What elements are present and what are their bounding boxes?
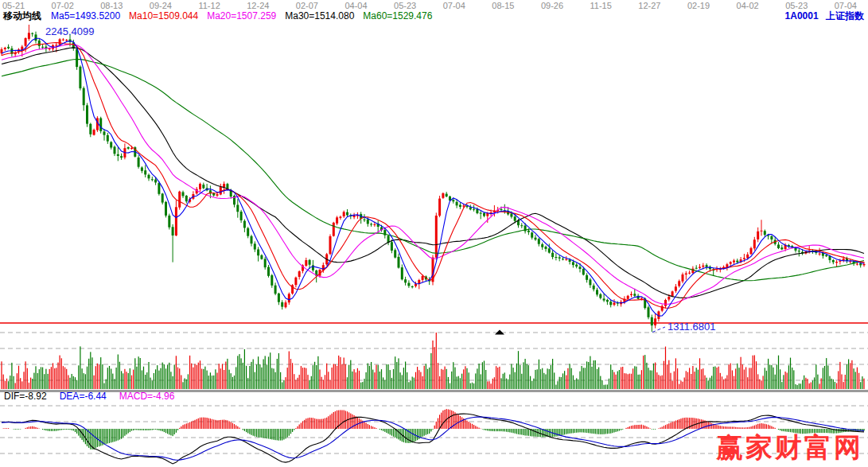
dea-value: DEA=-6.44 <box>60 391 107 402</box>
dif-value: DIF=-8.92 <box>4 391 47 402</box>
panel-title: 移动均线 <box>3 10 41 22</box>
ma-values-row: Ma5=1493.5200 Ma10=1509.044 Ma20=1507.25… <box>51 10 432 22</box>
date-label: 05-23 <box>785 1 808 10</box>
ma10-value: Ma10=1509.044 <box>129 10 198 22</box>
date-label: 07-04 <box>443 1 465 10</box>
kline-chart-window: 05-21 07-02 08-13 09-24 11-12 12-24 02-0… <box>0 0 868 467</box>
ma60-value: Ma60=1529.476 <box>363 10 432 22</box>
date-label: 05-21 <box>2 1 25 10</box>
date-label: 09-26 <box>541 1 563 10</box>
date-label: 09-24 <box>150 1 172 10</box>
date-label: 08-15 <box>492 1 514 10</box>
date-axis: 05-21 07-02 08-13 09-24 11-12 12-24 02-0… <box>2 1 857 10</box>
symbol-code: 1A0001 <box>785 10 819 21</box>
symbol-name: 上证指数 <box>826 10 864 21</box>
indicator-header: 移动均线 Ma5=1493.5200 Ma10=1509.044 Ma20=15… <box>0 10 868 22</box>
low-annotation-connector <box>652 327 665 333</box>
macd-value: MACD=-4.96 <box>119 391 175 402</box>
date-label: 02-07 <box>296 1 318 10</box>
ma5-line <box>2 38 864 316</box>
high-price-annotation: 2245.4099 <box>45 25 94 37</box>
date-label: 12-27 <box>638 1 660 10</box>
macd-values-row: DIF=-8.92 DEA=-6.44 MACD=-4.96 <box>4 391 174 402</box>
watermark: 赢家财富网 <box>716 430 863 466</box>
date-label: 08-13 <box>100 1 123 10</box>
date-label: 12-24 <box>247 1 269 10</box>
date-label: 04-04 <box>344 1 367 10</box>
ma20-value: Ma20=1507.259 <box>207 10 276 22</box>
low-price-annotation: 1311.6801 <box>668 321 716 333</box>
ma5-value: Ma5=1493.5200 <box>51 10 120 22</box>
candles-layer <box>1 25 866 332</box>
symbol-label: 1A0001 上证指数 <box>780 10 864 22</box>
ma30-value: Ma30=1514.080 <box>285 10 354 22</box>
date-label: 07-02 <box>52 1 74 10</box>
date-label: 04-02 <box>737 1 759 10</box>
date-label: 11-12 <box>198 1 220 10</box>
date-label: 11-15 <box>590 1 612 10</box>
date-label: 05-23 <box>394 1 416 10</box>
date-label: 07-04 <box>835 1 857 10</box>
date-label: 02-19 <box>687 1 710 10</box>
